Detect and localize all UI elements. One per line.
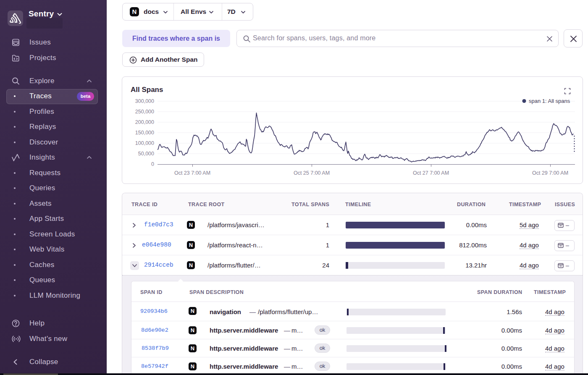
svg-text:0: 0 bbox=[151, 161, 154, 167]
svg-text:span 1: All spans: span 1: All spans bbox=[529, 98, 570, 104]
svg-text:200,000: 200,000 bbox=[135, 119, 154, 125]
svg-text:100,000: 100,000 bbox=[135, 140, 154, 146]
svg-text:Oct 23 7:00 AM: Oct 23 7:00 AM bbox=[174, 170, 210, 176]
svg-text:Oct 29 7:00 AM: Oct 29 7:00 AM bbox=[532, 170, 568, 176]
svg-text:300,000: 300,000 bbox=[135, 98, 154, 104]
svg-text:Oct 27 7:00 AM: Oct 27 7:00 AM bbox=[413, 170, 449, 176]
svg-text:250,000: 250,000 bbox=[135, 109, 154, 115]
svg-text:Oct 25 7:00 AM: Oct 25 7:00 AM bbox=[294, 170, 330, 176]
svg-text:150,000: 150,000 bbox=[135, 130, 154, 136]
svg-text:50,000: 50,000 bbox=[138, 151, 154, 157]
